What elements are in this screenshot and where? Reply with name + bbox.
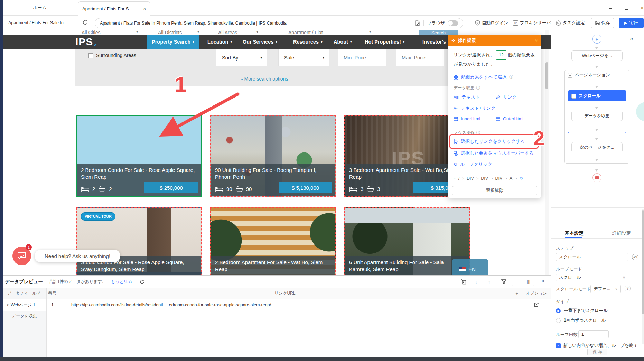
tab-basic-settings[interactable]: 基本設定 [565, 230, 584, 237]
deselect-button[interactable]: 選択解除 [452, 186, 537, 195]
listing-card[interactable]: 6 Unit Apartment Building For Sale - Sal… [344, 207, 470, 275]
extract-outerhtml-button[interactable]: OuterHtml [496, 116, 523, 121]
breadcrumb-div[interactable]: DIV [495, 176, 502, 181]
more-search-options-link[interactable]: ▾ More search options [75, 76, 454, 82]
listing-title[interactable]: 2 Bedroom Apartment For Sale - Wat Bo, S… [215, 259, 331, 273]
listing-card[interactable]: VIRTUAL TOUR Studio Condo For Sale - Ros… [76, 207, 202, 275]
listing-title[interactable]: 2 Bedroom Condo For Sale - Rose Apple Sq… [81, 167, 197, 180]
extract-text-link-button[interactable]: A⌁ テキスト+リンク [454, 105, 496, 111]
tree-node-webpage[interactable]: ▼ Webページ 1 [3, 299, 46, 311]
tree-node-collect[interactable]: データを収集 [3, 311, 46, 321]
listing-title[interactable]: 6 Unit Apartment Building For Sale - Sal… [349, 259, 465, 273]
price-badge[interactable]: $ 5,130,000 [279, 182, 332, 193]
listing-type-dropdown[interactable]: Sale▾ [278, 49, 329, 66]
column-index[interactable]: 番号 [47, 290, 58, 296]
extract-innerhtml-button[interactable]: InnerHtml [454, 116, 480, 121]
price-badge[interactable]: $ 250,000 [144, 182, 198, 193]
listing-card[interactable]: 2 Bedroom Apartment For Sale - Wat Bo, S… [210, 207, 336, 275]
price-badge[interactable]: $ 212,173 [279, 275, 332, 275]
hover-selected-element-button[interactable]: 選択した要素をマウスオーバーする [454, 150, 534, 156]
export-icon[interactable]: ↑ [488, 279, 491, 285]
workflow-start-node[interactable]: ▶ [592, 35, 601, 44]
nav-resources[interactable]: Resources▾ [293, 35, 323, 49]
step-name-input[interactable] [556, 253, 628, 261]
node-menu-icon[interactable]: ··· [619, 94, 623, 99]
select-all-similar-button[interactable]: 類似要素をすべて選択 ⓘ [454, 74, 513, 80]
breadcrumb-back[interactable]: « [454, 176, 456, 181]
refresh-icon[interactable] [82, 19, 88, 25]
workflow-collect-data-node[interactable]: データを収集 [571, 111, 623, 121]
breadcrumb-a[interactable]: A [510, 176, 512, 181]
browser-toggle[interactable] [448, 20, 458, 26]
settings-save-button[interactable]: 保 存 [587, 349, 607, 355]
scroll-to-bottom-option[interactable]: 一番下までスクロール [556, 308, 608, 314]
workflow-next-page-node[interactable]: 次のページをク... [571, 142, 623, 152]
breadcrumb-div[interactable]: DIV [467, 176, 474, 181]
tab-home[interactable]: ホーム [14, 0, 66, 15]
language-switcher[interactable]: EN [452, 259, 488, 275]
data-table-row[interactable]: 1 https://ips-cambodia.com/listing-detai… [47, 299, 551, 311]
workflow-open-page-node[interactable]: Webページを... [571, 50, 623, 61]
column-link-url[interactable]: リンクURL [58, 290, 512, 296]
scroll-one-screen-option[interactable]: 1画面ずつスクロール [556, 317, 606, 323]
breadcrumb-root[interactable]: / [458, 176, 459, 181]
horizontal-view-icon[interactable]: ≡ [512, 279, 523, 285]
floating-helper-button[interactable] [636, 102, 644, 121]
listing-title[interactable]: 90 Unit Building For Sale - Boeng Tumpun… [215, 167, 331, 180]
collapse-node-icon[interactable]: − [571, 94, 576, 99]
popup-header[interactable]: ✛ 操作提案 » [448, 35, 541, 46]
api-badge[interactable]: API [632, 254, 638, 260]
auto-login-button[interactable]: 自動ログイン [475, 16, 508, 30]
window-maximize-button[interactable] [618, 0, 634, 15]
sort-by-dropdown[interactable]: Sort By▾ [216, 49, 267, 66]
import-icon[interactable]: ↓ [475, 279, 477, 285]
tab-close-icon[interactable]: × [143, 6, 146, 11]
tab-active[interactable]: Apartment / Flats For S... × [78, 1, 150, 16]
undo-icon[interactable]: ↺ [520, 176, 523, 181]
min-price-input[interactable] [338, 49, 386, 66]
task-settings-button[interactable]: タスク設定 [556, 16, 585, 30]
run-task-button[interactable]: ▶ 実行 [619, 18, 644, 28]
see-more-link[interactable]: もっと見る [111, 279, 132, 285]
proxy-button[interactable]: IP プロキシサーバ [513, 16, 551, 30]
save-task-button[interactable]: 保存 [591, 18, 614, 28]
nav-investors[interactable]: Investor's [422, 35, 446, 49]
end-loop-option[interactable]: ✓ 新しい内容がない場合、ループを終了 [556, 343, 642, 349]
extract-text-button[interactable]: A≣ テキスト [454, 94, 480, 100]
max-price-input[interactable] [396, 49, 444, 66]
chat-prompt-bubble[interactable]: Need help? Ask us anything! [35, 250, 120, 262]
site-logo[interactable]: IPS [75, 36, 93, 48]
loop-count-input[interactable] [578, 330, 609, 338]
tab-advanced-settings[interactable]: 詳細設定 [612, 230, 631, 237]
workflow-end-node[interactable] [592, 173, 601, 182]
surrounding-areas-checkbox[interactable] [88, 53, 93, 58]
url-input[interactable] [100, 21, 415, 26]
breadcrumb-div[interactable]: DIV [481, 176, 488, 181]
settings-scrollbar-thumb[interactable] [642, 210, 644, 314]
vertical-view-icon[interactable]: ||| [523, 280, 534, 284]
collapse-preview-icon[interactable]: » [540, 280, 545, 282]
open-link-icon[interactable] [522, 303, 551, 307]
loop-mode-select[interactable]: スクロール∨ [556, 274, 628, 281]
scroll-mode-select[interactable]: デフォ...∨ [590, 285, 621, 293]
window-minimize-button[interactable]: – [603, 0, 618, 15]
loop-click-button[interactable]: ↻ ループクリック [454, 161, 492, 167]
collapse-group-icon[interactable]: − [568, 73, 572, 78]
nav-hot-properties[interactable]: Hot Properties!▾ [365, 35, 404, 49]
refresh-data-icon[interactable] [140, 279, 144, 284]
collapse-panel-icon[interactable]: » [630, 35, 633, 42]
collapse-popup-icon[interactable]: » [534, 39, 539, 41]
add-field-icon[interactable] [461, 279, 466, 285]
add-column-button[interactable]: + [512, 291, 522, 296]
url-bar[interactable]: ブラウザ [95, 18, 463, 28]
page-scrollbar-thumb[interactable] [545, 62, 548, 89]
filter-icon[interactable] [501, 279, 506, 284]
nav-our-services[interactable]: Our Services▾ [243, 35, 277, 49]
help-icon[interactable]: ? [625, 286, 631, 291]
nav-about[interactable]: About▾ [334, 35, 352, 49]
page-edit-icon[interactable] [415, 20, 420, 26]
row-link-url[interactable]: https://ips-cambodia.com/listing-details… [58, 303, 512, 307]
nav-location[interactable]: Location▾ [207, 35, 232, 49]
nav-property-search[interactable]: Property Search▾ [147, 35, 199, 49]
extract-link-button[interactable]: リンク [496, 94, 517, 100]
